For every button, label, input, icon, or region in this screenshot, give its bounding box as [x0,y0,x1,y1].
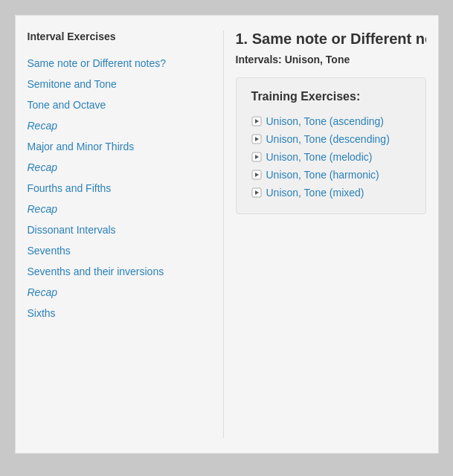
sidebar-item-recap-1[interactable]: Recap [28,115,211,136]
intervals-key: Intervals: [236,54,282,65]
exercise-harmonic[interactable]: Unison, Tone (harmonic) [266,169,379,181]
main-content-area: 1. Same note or Different not Intervals:… [224,30,438,438]
sidebar-item-recap-3[interactable]: Recap [28,199,211,219]
list-item: Unison, Tone (ascending) [251,112,411,130]
sidebar-item-tone-octave[interactable]: Tone and Octave [28,94,211,115]
sidebar-item-recap-2[interactable]: Recap [28,157,211,178]
sidebar-item-recap-4[interactable]: Recap [28,282,211,303]
play-icon-mixed [251,187,262,198]
sidebar-item-same-note[interactable]: Same note or Different notes? [28,53,211,74]
sidebar-item-sevenths[interactable]: Sevenths [28,240,211,261]
exercise-mixed[interactable]: Unison, Tone (mixed) [266,187,364,199]
exercise-melodic[interactable]: Unison, Tone (melodic) [266,151,373,163]
training-title: Training Exercises: [251,90,411,103]
page-title: 1. Same note or Different not [236,30,426,48]
sidebar-item-sevenths-inversions[interactable]: Sevenths and their inversions [28,261,211,282]
sidebar-item-major-minor-thirds[interactable]: Major and Minor Thirds [28,136,211,157]
list-item: Unison, Tone (descending) [251,130,411,148]
sidebar-item-semitone-tone[interactable]: Semitone and Tone [28,74,211,94]
exercise-descending[interactable]: Unison, Tone (descending) [266,133,390,145]
training-box: Training Exercises: Unison, Tone (ascend… [236,77,426,214]
sidebar: Interval Exercises Same note or Differen… [16,30,224,438]
exercise-ascending[interactable]: Unison, Tone (ascending) [266,115,385,127]
intervals-value: Unison, Tone [285,54,350,65]
sidebar-title: Interval Exercises [28,30,211,42]
intervals-label: Intervals: Unison, Tone [236,54,426,65]
sidebar-item-fourths-fifths[interactable]: Fourths and Fifths [28,178,211,199]
list-item: Unison, Tone (melodic) [251,148,411,166]
sidebar-item-dissonant-intervals[interactable]: Dissonant Intervals [28,219,211,240]
list-item: Unison, Tone (harmonic) [251,166,411,184]
play-icon-melodic [251,152,262,162]
main-container: Interval Exercises Same note or Differen… [15,15,439,454]
list-item: Unison, Tone (mixed) [251,184,411,202]
play-icon-descending [251,134,262,144]
play-icon-harmonic [251,170,262,180]
play-icon-ascending [251,116,262,126]
training-list: Unison, Tone (ascending) Unison, Tone (d… [251,112,411,202]
sidebar-item-sixths[interactable]: Sixths [28,303,211,324]
